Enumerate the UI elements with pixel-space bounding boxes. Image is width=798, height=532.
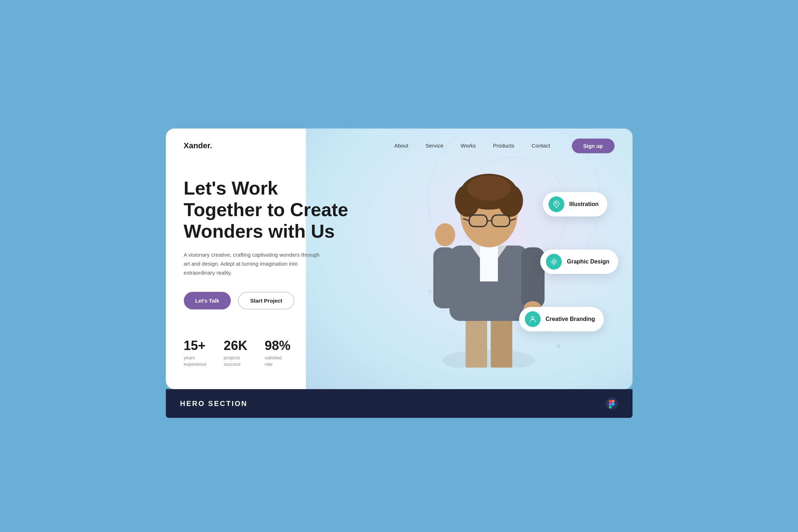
- nav-links: About Service Works Products Contact: [394, 143, 550, 149]
- svg-rect-28: [612, 400, 615, 403]
- svg-rect-6: [480, 246, 498, 281]
- outer-wrapper: Xander. About Service Works Products Con…: [0, 114, 798, 418]
- bottom-bar-title: HERO SECTION: [180, 400, 248, 408]
- stat-number-rate: 98%: [265, 338, 290, 353]
- creative-branding-label: Creative Branding: [546, 316, 595, 322]
- stat-number-years: 15+: [184, 338, 207, 353]
- start-project-button[interactable]: Start Project: [238, 292, 294, 309]
- illustration-label: Illustration: [569, 201, 599, 207]
- lets-talk-button[interactable]: Let's Talk: [184, 292, 231, 309]
- svg-point-23: [556, 203, 557, 204]
- signup-button[interactable]: Sign up: [572, 139, 615, 153]
- hero-content: Let's Work Together to Create Wonders wi…: [166, 163, 633, 389]
- logo: Xander.: [184, 141, 212, 150]
- nav-item-products[interactable]: Products: [493, 143, 514, 149]
- svg-rect-27: [609, 400, 612, 403]
- nav-link-works[interactable]: Works: [461, 143, 476, 149]
- hero-title: Let's Work Together to Create Wonders wi…: [184, 178, 363, 242]
- svg-point-24: [553, 260, 555, 263]
- svg-point-21: [496, 218, 505, 225]
- graphic-design-label: Graphic Design: [567, 258, 609, 265]
- hero-description: A visionary creative, crafting captivati…: [184, 251, 320, 277]
- creative-branding-icon: [525, 311, 541, 327]
- svg-point-31: [612, 403, 615, 406]
- bottom-bar: HERO SECTION: [166, 389, 633, 418]
- main-card: Xander. About Service Works Products Con…: [166, 129, 633, 389]
- stat-rate: 98% satisfiedrate: [265, 338, 290, 368]
- figma-icon: [605, 397, 618, 410]
- nav-link-products[interactable]: Products: [493, 143, 514, 149]
- navbar: Xander. About Service Works Products Con…: [166, 129, 633, 163]
- nav-link-about[interactable]: About: [394, 143, 408, 149]
- nav-item-service[interactable]: Service: [425, 143, 443, 149]
- nav-link-service[interactable]: Service: [425, 143, 443, 149]
- graphic-design-icon: [546, 254, 562, 270]
- svg-rect-30: [609, 406, 612, 409]
- stat-label-projects: projectssuccess: [224, 355, 247, 368]
- illustration-icon: [549, 196, 564, 212]
- card-graphic-design: Graphic Design: [540, 249, 618, 274]
- svg-rect-8: [521, 247, 545, 308]
- card-illustration: Illustration: [543, 192, 607, 216]
- card-creative-branding: Creative Branding: [519, 307, 604, 331]
- stat-projects: 26K projectssuccess: [224, 338, 247, 368]
- nav-item-about[interactable]: About: [394, 143, 408, 149]
- stat-number-projects: 26K: [224, 338, 247, 353]
- stat-years: 15+ yearsexperience: [184, 338, 207, 368]
- svg-point-25: [531, 317, 534, 319]
- stat-label-years: yearsexperience: [184, 355, 207, 368]
- nav-item-contact[interactable]: Contact: [532, 143, 550, 149]
- nav-link-contact[interactable]: Contact: [532, 143, 550, 149]
- svg-rect-29: [609, 403, 612, 406]
- svg-point-14: [467, 176, 510, 201]
- hero-right: Illustration Graphic Design: [363, 171, 615, 368]
- hero-buttons: Let's Talk Start Project: [184, 292, 363, 309]
- svg-point-20: [474, 218, 482, 225]
- svg-point-9: [435, 223, 455, 246]
- stat-label-rate: satisfiedrate: [265, 355, 290, 368]
- svg-point-0: [442, 350, 536, 368]
- svg-rect-7: [433, 247, 457, 308]
- stats-row: 15+ yearsexperience 26K projectssuccess …: [184, 338, 363, 368]
- hero-left: Let's Work Together to Create Wonders wi…: [184, 171, 363, 368]
- svg-point-26: [606, 397, 618, 410]
- nav-item-works[interactable]: Works: [461, 143, 476, 149]
